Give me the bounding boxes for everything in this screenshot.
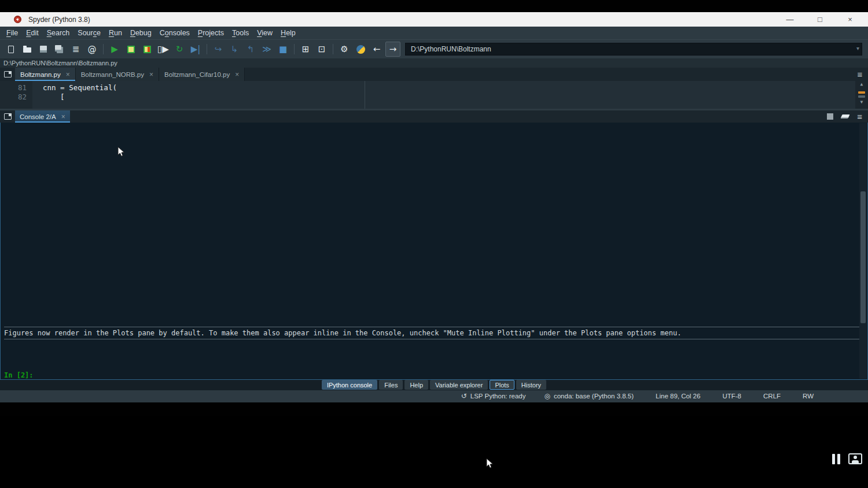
menu-item[interactable]: Tools: [228, 28, 253, 38]
run-cell-advance-button[interactable]: [139, 42, 155, 57]
editor-tab[interactable]: Boltzmann_Cifar10.py×: [159, 68, 245, 81]
pane-tab[interactable]: Files: [379, 380, 403, 390]
console-line: [4, 129, 864, 138]
console-line: [4, 202, 864, 211]
scroll-down-icon[interactable]: ▼: [860, 99, 863, 106]
working-directory-field: ▾: [405, 43, 862, 56]
step-over-button[interactable]: ↪: [211, 42, 226, 57]
close-icon[interactable]: ×: [235, 71, 239, 79]
scroll-thumb[interactable]: [860, 191, 866, 323]
clear-console-icon[interactable]: [841, 114, 850, 119]
back-button[interactable]: ←: [369, 42, 384, 57]
editor-tab[interactable]: Boltzmann.py×: [15, 68, 76, 81]
code-line: cnn = Sequential(: [43, 83, 117, 93]
run-file-button[interactable]: ▶: [107, 42, 122, 57]
menu-item[interactable]: Projects: [194, 28, 228, 38]
console-tab-bar: Console 2/A × ≡: [0, 110, 868, 123]
scroll-up-icon[interactable]: ▲: [860, 81, 863, 88]
run-selection-button[interactable]: ▯▶: [156, 42, 171, 57]
browse-tabs-icon: [4, 71, 12, 77]
letterbox-bottom: [0, 402, 868, 416]
console-tab[interactable]: Console 2/A ×: [15, 110, 70, 123]
status-bar: ↺LSP Python: ready◎conda: base (Python 3…: [0, 390, 868, 402]
close-icon[interactable]: ×: [149, 71, 153, 79]
console-scrollbar[interactable]: [859, 123, 867, 379]
status-item: ↺LSP Python: ready: [452, 392, 535, 400]
new-file-button[interactable]: [3, 42, 19, 57]
scroll-thumb[interactable]: [858, 95, 865, 98]
menu-item[interactable]: Source: [73, 28, 105, 38]
fullscreen-button[interactable]: ⊡: [314, 42, 329, 57]
editor-options-menu-button[interactable]: ≡: [852, 68, 868, 81]
outline-explorer-button[interactable]: ≣: [68, 42, 83, 57]
stop-button[interactable]: ■: [275, 42, 290, 57]
pane-tab[interactable]: Help: [404, 380, 428, 390]
console-line: [4, 147, 864, 156]
menu-bar: FileEditSearchSourceRunDebugConsolesProj…: [0, 27, 868, 39]
spyder-window: Spyder (Python 3.8) — □ × FileEditSearch…: [0, 0, 868, 488]
maximize-pane-button[interactable]: ⊞: [298, 42, 313, 57]
console-line: [4, 257, 864, 266]
pane-switcher: IPython consoleFilesHelpVariable explore…: [0, 380, 868, 390]
menu-item[interactable]: File: [2, 28, 22, 38]
forward-button[interactable]: →: [385, 42, 400, 57]
step-out-button[interactable]: ↰: [243, 42, 258, 57]
code-editor[interactable]: 8182 cnn = Sequential( [ ▲ ▼: [0, 81, 868, 109]
close-button[interactable]: ×: [845, 15, 855, 24]
menu-item[interactable]: Search: [43, 28, 74, 38]
menu-item[interactable]: Debug: [126, 28, 156, 38]
mouse-cursor: [117, 146, 125, 157]
restore-button[interactable]: □: [815, 15, 825, 24]
save-all-button[interactable]: [52, 42, 67, 57]
column-edge-guide: [365, 81, 365, 109]
status-icon: ◎: [544, 392, 550, 400]
close-icon[interactable]: ×: [66, 71, 70, 79]
chevron-down-icon[interactable]: ▾: [856, 45, 859, 51]
line-number-gutter: 8182: [0, 81, 32, 109]
console-line: [4, 275, 864, 284]
pane-tab[interactable]: Plots: [490, 380, 514, 390]
input-prompt[interactable]: In [2]:: [1, 371, 867, 379]
mouse-cursor: [486, 458, 494, 469]
interrupt-kernel-icon[interactable]: [827, 113, 833, 120]
menu-item[interactable]: View: [253, 28, 277, 38]
debug-file-button[interactable]: ▶|: [188, 42, 203, 57]
menu-item[interactable]: Help: [277, 28, 300, 38]
python-env-button[interactable]: [353, 42, 368, 57]
pause-icon[interactable]: [832, 454, 840, 464]
continue-button[interactable]: ≫: [259, 42, 274, 57]
editor-tab[interactable]: Boltzmann_NORB.py×: [76, 68, 159, 81]
pane-tab[interactable]: IPython console: [322, 380, 377, 390]
console-line: [4, 211, 864, 220]
re-run-cell-button[interactable]: ↻: [172, 42, 187, 57]
status-icon: ↺: [461, 392, 467, 400]
menu-item[interactable]: Run: [105, 28, 126, 38]
step-into-button[interactable]: ↳: [227, 42, 242, 57]
title-bar: Spyder (Python 3.8) — □ ×: [0, 12, 868, 27]
presenter-icon[interactable]: [848, 453, 862, 464]
editor-scrollbar[interactable]: ▲ ▼: [855, 81, 868, 109]
working-directory-input[interactable]: [405, 43, 862, 56]
window-title: Spyder (Python 3.8): [28, 16, 90, 24]
save-button[interactable]: [36, 42, 51, 57]
console-line: [4, 193, 864, 202]
console-options-menu-button[interactable]: ≡: [857, 112, 862, 121]
console-line: [4, 138, 864, 147]
code-line: [: [43, 93, 117, 102]
console-line: [4, 156, 864, 165]
console-line: [4, 165, 864, 175]
menu-item[interactable]: Consoles: [156, 28, 194, 38]
ipython-console[interactable]: Figures now render in the Plots pane by …: [0, 123, 868, 380]
menu-item[interactable]: Edit: [22, 28, 43, 38]
pane-tab[interactable]: Variable explorer: [430, 380, 488, 390]
browse-tabs-button[interactable]: [0, 68, 15, 81]
preferences-button[interactable]: ⚙: [337, 42, 352, 57]
pane-tab[interactable]: History: [516, 380, 546, 390]
close-icon[interactable]: ×: [61, 113, 65, 121]
run-cell-button[interactable]: [123, 42, 138, 57]
minimize-button[interactable]: —: [785, 15, 795, 24]
browse-consoles-button[interactable]: [0, 110, 15, 123]
open-file-button[interactable]: [20, 42, 35, 57]
find-symbols-button[interactable]: @: [84, 42, 100, 57]
console-line: [4, 230, 864, 239]
